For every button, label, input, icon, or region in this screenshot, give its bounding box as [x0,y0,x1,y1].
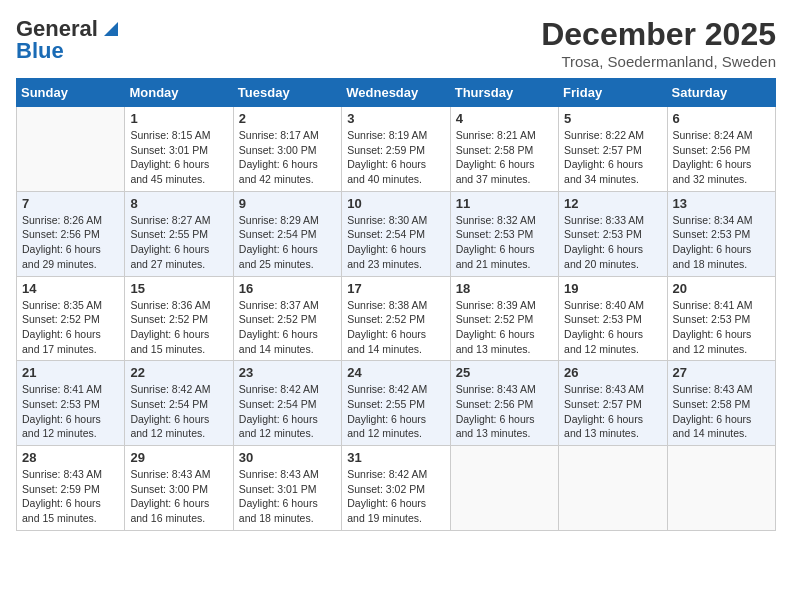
page-header: General Blue December 2025 Trosa, Soeder… [16,16,776,70]
day-info: Sunrise: 8:35 AM Sunset: 2:52 PM Dayligh… [22,298,119,357]
calendar-cell: 25Sunrise: 8:43 AM Sunset: 2:56 PM Dayli… [450,361,558,446]
day-info: Sunrise: 8:19 AM Sunset: 2:59 PM Dayligh… [347,128,444,187]
header-friday: Friday [559,79,667,107]
day-number: 29 [130,450,227,465]
calendar-cell: 14Sunrise: 8:35 AM Sunset: 2:52 PM Dayli… [17,276,125,361]
day-info: Sunrise: 8:42 AM Sunset: 3:02 PM Dayligh… [347,467,444,526]
title-area: December 2025 Trosa, Soedermanland, Swed… [541,16,776,70]
location: Trosa, Soedermanland, Sweden [541,53,776,70]
day-info: Sunrise: 8:22 AM Sunset: 2:57 PM Dayligh… [564,128,661,187]
day-info: Sunrise: 8:41 AM Sunset: 2:53 PM Dayligh… [22,382,119,441]
calendar-cell: 16Sunrise: 8:37 AM Sunset: 2:52 PM Dayli… [233,276,341,361]
day-number: 1 [130,111,227,126]
calendar-cell: 10Sunrise: 8:30 AM Sunset: 2:54 PM Dayli… [342,191,450,276]
calendar-header-row: SundayMondayTuesdayWednesdayThursdayFrid… [17,79,776,107]
calendar-cell: 22Sunrise: 8:42 AM Sunset: 2:54 PM Dayli… [125,361,233,446]
calendar-cell: 24Sunrise: 8:42 AM Sunset: 2:55 PM Dayli… [342,361,450,446]
day-info: Sunrise: 8:43 AM Sunset: 3:01 PM Dayligh… [239,467,336,526]
day-info: Sunrise: 8:41 AM Sunset: 2:53 PM Dayligh… [673,298,770,357]
calendar-week-row: 21Sunrise: 8:41 AM Sunset: 2:53 PM Dayli… [17,361,776,446]
day-number: 31 [347,450,444,465]
calendar-cell [450,446,558,531]
day-info: Sunrise: 8:17 AM Sunset: 3:00 PM Dayligh… [239,128,336,187]
calendar-table: SundayMondayTuesdayWednesdayThursdayFrid… [16,78,776,531]
day-number: 20 [673,281,770,296]
day-number: 17 [347,281,444,296]
calendar-cell: 21Sunrise: 8:41 AM Sunset: 2:53 PM Dayli… [17,361,125,446]
logo-blue: Blue [16,38,64,64]
day-info: Sunrise: 8:38 AM Sunset: 2:52 PM Dayligh… [347,298,444,357]
calendar-cell: 12Sunrise: 8:33 AM Sunset: 2:53 PM Dayli… [559,191,667,276]
day-number: 19 [564,281,661,296]
calendar-cell: 30Sunrise: 8:43 AM Sunset: 3:01 PM Dayli… [233,446,341,531]
calendar-cell [559,446,667,531]
day-info: Sunrise: 8:29 AM Sunset: 2:54 PM Dayligh… [239,213,336,272]
header-wednesday: Wednesday [342,79,450,107]
day-number: 4 [456,111,553,126]
day-number: 25 [456,365,553,380]
calendar-cell: 17Sunrise: 8:38 AM Sunset: 2:52 PM Dayli… [342,276,450,361]
day-info: Sunrise: 8:42 AM Sunset: 2:54 PM Dayligh… [239,382,336,441]
logo: General Blue [16,16,122,64]
header-monday: Monday [125,79,233,107]
day-number: 3 [347,111,444,126]
day-number: 10 [347,196,444,211]
calendar-cell: 1Sunrise: 8:15 AM Sunset: 3:01 PM Daylig… [125,107,233,192]
day-number: 6 [673,111,770,126]
day-info: Sunrise: 8:40 AM Sunset: 2:53 PM Dayligh… [564,298,661,357]
day-number: 12 [564,196,661,211]
calendar-week-row: 28Sunrise: 8:43 AM Sunset: 2:59 PM Dayli… [17,446,776,531]
calendar-cell: 13Sunrise: 8:34 AM Sunset: 2:53 PM Dayli… [667,191,775,276]
day-info: Sunrise: 8:43 AM Sunset: 3:00 PM Dayligh… [130,467,227,526]
day-info: Sunrise: 8:33 AM Sunset: 2:53 PM Dayligh… [564,213,661,272]
day-number: 21 [22,365,119,380]
day-number: 26 [564,365,661,380]
calendar-cell: 8Sunrise: 8:27 AM Sunset: 2:55 PM Daylig… [125,191,233,276]
calendar-cell: 27Sunrise: 8:43 AM Sunset: 2:58 PM Dayli… [667,361,775,446]
day-number: 16 [239,281,336,296]
day-number: 13 [673,196,770,211]
day-info: Sunrise: 8:34 AM Sunset: 2:53 PM Dayligh… [673,213,770,272]
day-info: Sunrise: 8:42 AM Sunset: 2:55 PM Dayligh… [347,382,444,441]
day-number: 22 [130,365,227,380]
day-number: 5 [564,111,661,126]
calendar-cell: 23Sunrise: 8:42 AM Sunset: 2:54 PM Dayli… [233,361,341,446]
calendar-cell: 6Sunrise: 8:24 AM Sunset: 2:56 PM Daylig… [667,107,775,192]
calendar-cell: 19Sunrise: 8:40 AM Sunset: 2:53 PM Dayli… [559,276,667,361]
calendar-cell: 28Sunrise: 8:43 AM Sunset: 2:59 PM Dayli… [17,446,125,531]
header-thursday: Thursday [450,79,558,107]
day-info: Sunrise: 8:21 AM Sunset: 2:58 PM Dayligh… [456,128,553,187]
calendar-cell: 18Sunrise: 8:39 AM Sunset: 2:52 PM Dayli… [450,276,558,361]
day-number: 24 [347,365,444,380]
header-tuesday: Tuesday [233,79,341,107]
calendar-cell [667,446,775,531]
calendar-cell: 2Sunrise: 8:17 AM Sunset: 3:00 PM Daylig… [233,107,341,192]
header-saturday: Saturday [667,79,775,107]
calendar-cell: 29Sunrise: 8:43 AM Sunset: 3:00 PM Dayli… [125,446,233,531]
day-info: Sunrise: 8:36 AM Sunset: 2:52 PM Dayligh… [130,298,227,357]
day-number: 14 [22,281,119,296]
calendar-cell: 20Sunrise: 8:41 AM Sunset: 2:53 PM Dayli… [667,276,775,361]
day-number: 18 [456,281,553,296]
day-info: Sunrise: 8:43 AM Sunset: 2:57 PM Dayligh… [564,382,661,441]
day-info: Sunrise: 8:32 AM Sunset: 2:53 PM Dayligh… [456,213,553,272]
day-number: 2 [239,111,336,126]
calendar-cell: 4Sunrise: 8:21 AM Sunset: 2:58 PM Daylig… [450,107,558,192]
day-info: Sunrise: 8:37 AM Sunset: 2:52 PM Dayligh… [239,298,336,357]
day-number: 8 [130,196,227,211]
day-number: 30 [239,450,336,465]
day-number: 23 [239,365,336,380]
day-number: 9 [239,196,336,211]
day-info: Sunrise: 8:42 AM Sunset: 2:54 PM Dayligh… [130,382,227,441]
day-info: Sunrise: 8:39 AM Sunset: 2:52 PM Dayligh… [456,298,553,357]
day-info: Sunrise: 8:43 AM Sunset: 2:59 PM Dayligh… [22,467,119,526]
calendar-cell: 26Sunrise: 8:43 AM Sunset: 2:57 PM Dayli… [559,361,667,446]
calendar-cell: 11Sunrise: 8:32 AM Sunset: 2:53 PM Dayli… [450,191,558,276]
calendar-cell: 3Sunrise: 8:19 AM Sunset: 2:59 PM Daylig… [342,107,450,192]
day-number: 15 [130,281,227,296]
day-info: Sunrise: 8:30 AM Sunset: 2:54 PM Dayligh… [347,213,444,272]
header-sunday: Sunday [17,79,125,107]
day-number: 28 [22,450,119,465]
day-info: Sunrise: 8:27 AM Sunset: 2:55 PM Dayligh… [130,213,227,272]
day-number: 27 [673,365,770,380]
